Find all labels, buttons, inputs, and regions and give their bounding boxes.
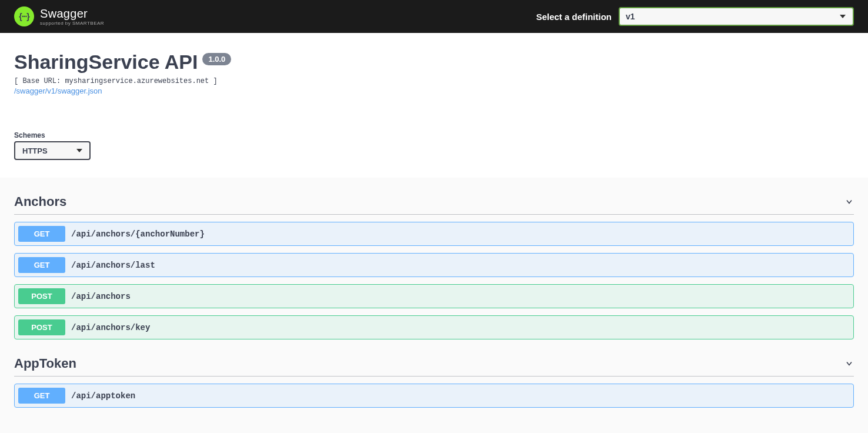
http-method-badge: GET bbox=[18, 388, 65, 404]
chevron-down-icon bbox=[844, 359, 854, 368]
operations-container: AnchorsGET/api/anchors/{anchorNumber}GET… bbox=[0, 194, 868, 425]
operation-path: /api/anchors bbox=[71, 292, 131, 301]
operation-post--api-anchors-key[interactable]: POST/api/anchors/key bbox=[14, 315, 854, 339]
tag-header-apptoken[interactable]: AppToken bbox=[14, 356, 854, 377]
topbar: {···} Swagger supported by SMARTBEAR Sel… bbox=[0, 0, 868, 33]
operation-path: /api/anchors/{anchorNumber} bbox=[71, 229, 205, 239]
schemes-select[interactable]: HTTPS bbox=[14, 141, 91, 160]
http-method-badge: POST bbox=[18, 319, 65, 335]
swagger-logo-icon: {···} bbox=[14, 6, 34, 26]
base-url: [ Base URL: mysharingservice.azurewebsit… bbox=[14, 77, 854, 85]
operation-get--api-apptoken[interactable]: GET/api/apptoken bbox=[14, 384, 854, 408]
tag-name: AppToken bbox=[14, 356, 76, 371]
operation-post--api-anchors[interactable]: POST/api/anchors bbox=[14, 284, 854, 308]
operation-path: /api/anchors/last bbox=[71, 261, 155, 270]
operation-path: /api/anchors/key bbox=[71, 323, 150, 332]
swagger-logo-subtext: supported by SMARTBEAR bbox=[40, 21, 104, 26]
api-title: SharingService API bbox=[14, 51, 198, 74]
tag-name: Anchors bbox=[14, 194, 66, 209]
http-method-badge: GET bbox=[18, 226, 65, 242]
swagger-logo-text: Swagger bbox=[40, 7, 104, 21]
info-section: SharingService API 1.0.0 [ Base URL: mys… bbox=[0, 33, 868, 178]
definition-select[interactable]: v1 bbox=[619, 7, 854, 26]
version-badge: 1.0.0 bbox=[202, 53, 231, 65]
swagger-json-link[interactable]: /swagger/v1/swagger.json bbox=[14, 86, 102, 95]
operation-path: /api/apptoken bbox=[71, 391, 135, 401]
chevron-down-icon bbox=[844, 197, 854, 206]
tag-header-anchors[interactable]: Anchors bbox=[14, 194, 854, 215]
schemes-label: Schemes bbox=[14, 131, 854, 139]
http-method-badge: POST bbox=[18, 288, 65, 304]
swagger-logo: {···} Swagger supported by SMARTBEAR bbox=[14, 6, 104, 26]
operation-get--api-anchors--anchorNumber-[interactable]: GET/api/anchors/{anchorNumber} bbox=[14, 222, 854, 246]
operation-get--api-anchors-last[interactable]: GET/api/anchors/last bbox=[14, 253, 854, 277]
http-method-badge: GET bbox=[18, 257, 65, 273]
tag-section-apptoken: AppTokenGET/api/apptoken bbox=[14, 356, 854, 408]
tag-section-anchors: AnchorsGET/api/anchors/{anchorNumber}GET… bbox=[14, 194, 854, 339]
definition-label: Select a definition bbox=[536, 12, 612, 22]
